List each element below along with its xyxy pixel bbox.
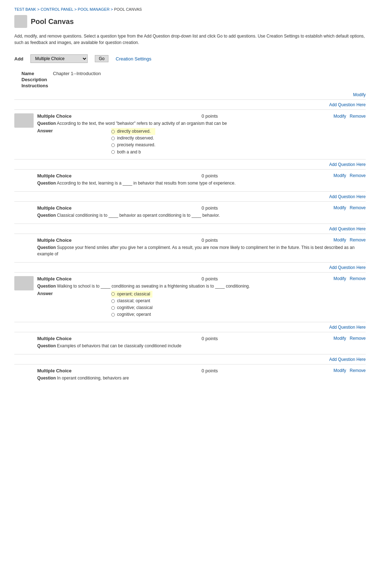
modify-link-5[interactable]: Modify [333, 276, 346, 281]
answer-label-1: Answer [37, 128, 53, 133]
radio-5-4 [111, 313, 115, 317]
answer-option-5-2: classical; operant [111, 298, 152, 304]
add-question-here-row-4: Add Question Here [14, 262, 366, 272]
breadcrumb-control-panel[interactable]: CONTROL PANEL [40, 7, 73, 11]
modify-top-link[interactable]: Modify [353, 92, 366, 97]
question-block-5: Multiple Choice 0 points Modify Remove Q… [14, 272, 366, 320]
question-meta-1: Multiple Choice 0 points Modify Remove [37, 113, 366, 119]
modify-top-section: Modify [14, 92, 366, 97]
add-question-here-link-2[interactable]: Add Question Here [329, 194, 366, 199]
remove-link-2[interactable]: Remove [350, 173, 366, 178]
question-type-2: Multiple Choice [37, 173, 72, 178]
creation-settings-link[interactable]: Creation Settings [116, 56, 151, 62]
page-icon [14, 15, 27, 28]
answer-section-1: Answer directly observed. indirectly obs… [37, 128, 366, 156]
answer-option-5-3: cognitive; classical [111, 304, 152, 311]
radio-5-3 [111, 306, 115, 310]
page-header: Pool Canvas [14, 15, 366, 28]
answer-option-1-3: precisely measured. [111, 142, 155, 148]
answer-label-5: Answer [37, 291, 53, 296]
pool-instructions-label: Instructions [21, 83, 50, 88]
radio-1-1 [111, 130, 115, 133]
question-text-4: Question Suppose your friend smiles afte… [37, 244, 366, 257]
add-question-here-link-5[interactable]: Add Question Here [329, 325, 366, 330]
pool-description-label: Description [21, 77, 50, 82]
question-type-3: Multiple Choice [37, 205, 72, 211]
remove-link-5[interactable]: Remove [350, 276, 366, 281]
question-text-2: Question According to the text, learning… [37, 180, 366, 186]
breadcrumb-pool-manager[interactable]: POOL MANAGER [78, 7, 109, 11]
go-button[interactable]: Go [95, 55, 108, 62]
modify-link-6[interactable]: Modify [333, 336, 346, 341]
question-points-6: 0 points [100, 336, 319, 341]
add-question-here-link-0[interactable]: Add Question Here [329, 102, 366, 107]
add-question-dropdown[interactable]: Multiple Choice True/False Essay [30, 54, 88, 63]
question-points-3: 0 points [100, 205, 319, 211]
remove-link-3[interactable]: Remove [350, 205, 366, 210]
remove-link-7[interactable]: Remove [350, 368, 366, 373]
question-meta-3: Multiple Choice 0 points Modify Remove [37, 205, 366, 211]
question-block-3: Multiple Choice 0 points Modify Remove Q… [14, 201, 366, 222]
question-block-4: Multiple Choice 0 points Modify Remove Q… [14, 234, 366, 261]
question-text-7: Question In operant conditioning, behavi… [37, 375, 366, 381]
question-text-6: Question Examples of behaviors that can … [37, 343, 366, 349]
question-meta-5: Multiple Choice 0 points Modify Remove [37, 276, 366, 281]
question-block-1: Multiple Choice 0 points Modify Remove Q… [14, 109, 366, 158]
answer-options-5: operant; classical classical; operant co… [111, 291, 152, 318]
remove-link-6[interactable]: Remove [350, 336, 366, 341]
add-question-here-row-5: Add Question Here [14, 322, 366, 332]
add-question-here-row-1: Add Question Here [14, 159, 366, 169]
question-block-2: Multiple Choice 0 points Modify Remove Q… [14, 169, 366, 190]
modify-link-7[interactable]: Modify [333, 368, 346, 373]
answer-option-1-2: indirectly observed. [111, 135, 155, 142]
remove-link-4[interactable]: Remove [350, 237, 366, 242]
breadcrumb-pool-canvas: POOL CANVAS [114, 7, 142, 11]
question-block-7: Multiple Choice 0 points Modify Remove Q… [14, 364, 366, 385]
question-text-1: Question According to the text, the word… [37, 120, 366, 127]
question-points-4: 0 points [100, 237, 319, 243]
add-question-here-row-6: Add Question Here [14, 354, 366, 364]
modify-link-4[interactable]: Modify [333, 237, 346, 242]
question-type-4: Multiple Choice [37, 237, 72, 243]
question-points-1: 0 points [100, 113, 319, 119]
add-question-here-link-1[interactable]: Add Question Here [329, 162, 366, 167]
remove-link-1[interactable]: Remove [350, 114, 366, 119]
page-description: Add, modify, and remove questions. Selec… [14, 33, 366, 46]
answer-option-1-4: both a and b [111, 149, 155, 156]
radio-1-2 [111, 137, 115, 140]
answer-section-5: Answer operant; classical classical; ope… [37, 291, 366, 318]
add-question-here-row-2: Add Question Here [14, 191, 366, 201]
modify-link-2[interactable]: Modify [333, 173, 346, 178]
breadcrumb: TEST BANK > CONTROL PANEL > POOL MANAGER… [14, 7, 366, 11]
add-question-here-link-3[interactable]: Add Question Here [329, 226, 366, 231]
question-thumb-1 [14, 113, 34, 128]
add-label: Add [14, 56, 23, 62]
page-title: Pool Canvas [31, 18, 74, 26]
question-meta-2: Multiple Choice 0 points Modify Remove [37, 173, 366, 178]
question-points-2: 0 points [100, 173, 319, 178]
breadcrumb-test-bank[interactable]: TEST BANK [14, 7, 36, 11]
answer-option-5-4: cognitive; operant [111, 311, 152, 318]
question-text-3: Question Classical conditioning is to __… [37, 212, 366, 219]
radio-1-4 [111, 150, 115, 154]
question-meta-4: Multiple Choice 0 points Modify Remove [37, 237, 366, 243]
radio-5-2 [111, 299, 115, 303]
modify-link-1[interactable]: Modify [333, 114, 346, 119]
answer-options-1: directly observed. indirectly observed. … [111, 128, 155, 156]
questions-container: Add Question Here Multiple Choice 0 poin… [14, 99, 366, 385]
radio-1-3 [111, 143, 115, 147]
question-points-7: 0 points [100, 368, 319, 373]
radio-5-1 [111, 292, 115, 296]
add-question-here-link-6[interactable]: Add Question Here [329, 357, 366, 362]
question-text-5: Question Walking to school is to ____ co… [37, 283, 366, 289]
answer-option-1-1: directly observed. [111, 128, 155, 135]
add-question-here-row-3: Add Question Here [14, 224, 366, 234]
question-type-7: Multiple Choice [37, 368, 72, 373]
add-question-here-link-4[interactable]: Add Question Here [329, 265, 366, 270]
question-type-6: Multiple Choice [37, 336, 72, 341]
question-meta-7: Multiple Choice 0 points Modify Remove [37, 368, 366, 373]
modify-link-3[interactable]: Modify [333, 205, 346, 210]
pool-name-label: Name [21, 71, 50, 76]
question-block-6: Multiple Choice 0 points Modify Remove Q… [14, 332, 366, 353]
add-question-here-row-0: Add Question Here [14, 99, 366, 109]
